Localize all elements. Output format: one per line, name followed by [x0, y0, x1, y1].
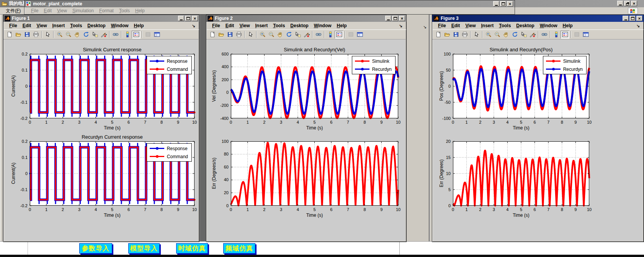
close-button[interactable]: ×	[631, 1, 637, 6]
close-button[interactable]: ×	[507, 1, 513, 7]
insert-legend-icon[interactable]	[335, 31, 343, 39]
menu-item-edit[interactable]: Edit	[20, 23, 34, 28]
minimize-button[interactable]	[617, 1, 623, 6]
save-icon[interactable]	[451, 31, 460, 39]
link-plot-icon[interactable]	[111, 31, 120, 39]
maximize-button[interactable]	[185, 16, 191, 21]
legend[interactable]: ResponseCommand	[147, 143, 192, 162]
colorbar-icon[interactable]	[326, 31, 335, 39]
menu-item-help[interactable]: Help	[132, 8, 147, 13]
dock-figure-arrow-icon[interactable]: ↘	[399, 23, 403, 28]
menu-item-view[interactable]: View	[34, 23, 49, 28]
pan-icon[interactable]	[73, 31, 82, 39]
link-plot-icon[interactable]	[540, 31, 549, 39]
minimize-button[interactable]	[178, 16, 184, 21]
insert-legend-icon[interactable]	[132, 31, 141, 39]
legend[interactable]: SimulinkRecurdyn	[352, 56, 396, 74]
zoom-out-icon[interactable]	[267, 31, 276, 39]
menu-item-tools[interactable]: Tools	[116, 8, 132, 13]
menu-item-help[interactable]: Help	[560, 23, 575, 28]
menu-item-file[interactable]: File	[28, 8, 41, 13]
menu-item-edit[interactable]: Edit	[449, 23, 463, 28]
open-file-icon[interactable]	[14, 31, 23, 39]
model-import-button[interactable]: 模型导入	[128, 243, 160, 254]
data-cursor-icon[interactable]	[519, 31, 528, 39]
pointer-icon[interactable]	[246, 31, 255, 39]
dock-figure-arrow-icon[interactable]: ↘	[192, 23, 196, 28]
new-document-icon[interactable]	[5, 31, 14, 39]
simulink-model-titlebar[interactable]: motor_plant_complete ×	[25, 0, 515, 7]
legend[interactable]: ResponseCommand	[147, 56, 192, 74]
data-cursor-icon[interactable]	[90, 31, 99, 39]
close-button[interactable]: ×	[192, 16, 198, 21]
brush-icon[interactable]: ▾	[99, 31, 108, 39]
rotate-3d-icon[interactable]	[284, 31, 293, 39]
menu-item-tools[interactable]: Tools	[270, 23, 288, 28]
open-file-icon[interactable]	[443, 31, 451, 39]
minimize-button[interactable]	[385, 16, 391, 21]
rotate-3d-icon[interactable]	[510, 31, 519, 39]
menu-item-help[interactable]: Help	[131, 23, 147, 28]
zoom-in-icon[interactable]	[484, 31, 493, 39]
menu-item-file[interactable]: File	[209, 23, 223, 28]
colorbar-icon[interactable]	[552, 31, 561, 39]
time-domain-sim-button[interactable]: 时域仿真	[176, 243, 208, 254]
rotate-3d-icon[interactable]	[82, 31, 90, 39]
pan-icon[interactable]	[502, 31, 510, 39]
minimize-button[interactable]	[623, 16, 629, 21]
menu-item-format[interactable]: Format	[96, 8, 116, 13]
zoom-out-icon[interactable]	[493, 31, 502, 39]
menu-item-tools[interactable]: Tools	[67, 23, 85, 28]
maximize-button[interactable]	[629, 16, 636, 21]
menu-item-edit[interactable]: Edit	[223, 23, 237, 28]
param-import-button[interactable]: 参数导入	[79, 243, 112, 254]
menu-item-window[interactable]: Window	[537, 23, 560, 28]
property-editor-icon[interactable]	[152, 31, 161, 39]
property-editor-icon[interactable]	[355, 31, 364, 39]
save-icon[interactable]	[23, 31, 31, 39]
menu-item-f[interactable]: 文件(F)	[3, 8, 23, 14]
link-plot-icon[interactable]	[314, 31, 323, 39]
print-icon[interactable]	[460, 31, 469, 39]
new-document-icon[interactable]	[434, 31, 443, 39]
print-icon[interactable]	[31, 31, 40, 39]
menu-item-file[interactable]: File	[7, 23, 20, 28]
legend[interactable]: SimulinkRecurdyn	[543, 56, 587, 74]
brush-icon[interactable]: ▾	[302, 31, 311, 39]
pointer-icon[interactable]	[472, 31, 481, 39]
pan-icon[interactable]	[276, 31, 284, 39]
menu-item-insert[interactable]: Insert	[253, 23, 271, 28]
colorbar-icon[interactable]	[123, 31, 132, 39]
menu-item-view[interactable]: View	[463, 23, 478, 28]
restore-button[interactable]	[624, 1, 630, 6]
menu-item-view[interactable]: View	[237, 23, 252, 28]
figure2-titlebar[interactable]: Figure 2 ×	[206, 15, 406, 22]
menu-item-desktop[interactable]: Desktop	[85, 23, 108, 28]
menu-item-window[interactable]: Window	[108, 23, 131, 28]
menu-item-simulation[interactable]: Simulation	[70, 8, 96, 13]
close-button[interactable]: ×	[636, 16, 642, 21]
menu-item-view[interactable]: View	[54, 8, 70, 13]
menu-item-insert[interactable]: Insert	[479, 23, 497, 28]
zoom-out-icon[interactable]	[64, 31, 73, 39]
figure1-titlebar[interactable]: Figure 1 ×	[3, 15, 199, 22]
zoom-in-icon[interactable]	[258, 31, 267, 39]
maximize-button[interactable]	[500, 1, 506, 7]
data-cursor-icon[interactable]	[293, 31, 302, 39]
insert-legend-icon[interactable]	[561, 31, 569, 39]
property-editor-icon[interactable]	[581, 31, 590, 39]
menu-item-desktop[interactable]: Desktop	[513, 23, 537, 28]
zoom-in-icon[interactable]	[55, 31, 64, 39]
freq-domain-sim-button[interactable]: 频域仿真	[223, 243, 255, 254]
figure3-titlebar[interactable]: Figure 3 ×	[432, 15, 644, 22]
print-icon[interactable]	[234, 31, 243, 39]
brush-icon[interactable]: ▾	[528, 31, 537, 39]
pointer-icon[interactable]	[43, 31, 52, 39]
menu-item-help[interactable]: Help	[334, 23, 350, 28]
menu-item-tools[interactable]: Tools	[496, 23, 513, 28]
close-button[interactable]: ×	[399, 16, 405, 21]
menu-item-window[interactable]: Window	[311, 23, 334, 28]
menu-item-file[interactable]: File	[435, 23, 449, 28]
minimize-button[interactable]	[493, 1, 499, 7]
open-file-icon[interactable]	[217, 31, 226, 39]
